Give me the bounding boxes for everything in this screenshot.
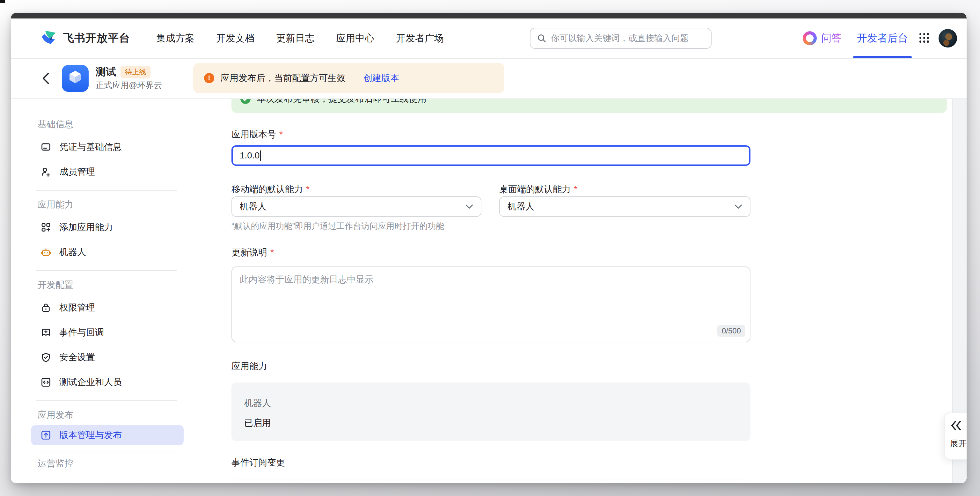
- update-notes-field: 0/500: [231, 267, 751, 342]
- update-notes-label: 更新说明*: [231, 246, 274, 259]
- double-chevron-left-icon: [950, 420, 962, 431]
- chevron-down-icon: [735, 204, 742, 209]
- sidebar-item-label: 成员管理: [59, 166, 95, 178]
- app-icon: [62, 65, 89, 92]
- code-square-icon: [41, 377, 51, 387]
- sidebar-item-label: 权限管理: [59, 302, 95, 314]
- app-version-input[interactable]: 1.0.0: [231, 145, 751, 166]
- sidebar: 基础信息 凭证与基础信息 成员管理 应用能力: [31, 113, 184, 474]
- status-badge: 待上线: [121, 66, 151, 78]
- warning-banner: ! 应用发布后，当前配置方可生效 创建版本: [193, 63, 504, 93]
- sidebar-divider: [37, 401, 177, 401]
- sidebar-divider: [37, 190, 177, 191]
- required-star: *: [574, 184, 578, 194]
- nav-link-app-center[interactable]: 应用中心: [336, 32, 374, 45]
- capability-hint: “默认的应用功能”即用户通过工作台访问应用时打开的功能: [231, 221, 444, 232]
- event-callback-icon: [41, 327, 51, 337]
- sidebar-section-release: 应用发布: [31, 409, 184, 421]
- content-area: 基础信息 凭证与基础信息 成员管理 应用能力: [11, 99, 967, 483]
- developer-console-tab[interactable]: 开发者后台: [857, 18, 908, 58]
- capability-name: 机器人: [244, 397, 271, 409]
- sidebar-item-label: 机器人: [59, 246, 86, 258]
- qa-button[interactable]: 问答: [803, 31, 842, 45]
- nav-link-marketplace[interactable]: 开发者广场: [396, 32, 444, 45]
- sidebar-divider: [37, 270, 177, 271]
- active-tab-underline: [853, 56, 912, 58]
- main-form: 本次发布免审核，提交发布后即可上线使用 应用版本号* 1.0.0 移动端的默认能…: [231, 99, 947, 483]
- sidebar-item-security[interactable]: 安全设置: [31, 345, 184, 370]
- back-button[interactable]: [41, 72, 50, 87]
- chevron-down-icon: [465, 204, 473, 209]
- sidebar-item-add-capability[interactable]: 添加应用能力: [31, 215, 184, 240]
- feishu-logo-icon: [40, 30, 57, 46]
- capability-section-title: 应用能力: [231, 360, 267, 372]
- back-chevron-icon: [41, 72, 50, 85]
- success-banner-text: 本次发布免审核，提交发布后即可上线使用: [257, 99, 426, 105]
- sidebar-item-label: 事件与回调: [59, 326, 104, 339]
- logo-text: 飞书开放平台: [63, 31, 130, 46]
- page: 飞书开放平台 集成方案 开发文档 更新日志 应用中心 开发者广场: [11, 19, 967, 483]
- sidebar-item-credentials[interactable]: 凭证与基础信息: [31, 135, 184, 159]
- lock-icon: [41, 302, 51, 313]
- top-navigation: 飞书开放平台 集成方案 开发文档 更新日志 应用中心 开发者广场: [11, 19, 967, 59]
- text-caret: [260, 151, 261, 161]
- publish-icon: [41, 430, 51, 440]
- browser-window: 飞书开放平台 集成方案 开发文档 更新日志 应用中心 开发者广场: [11, 13, 967, 483]
- required-star: *: [270, 247, 274, 257]
- sidebar-section-basic-info: 基础信息: [31, 118, 184, 131]
- id-card-icon: [41, 142, 51, 152]
- sidebar-divider: [37, 451, 177, 451]
- expand-label: 展开: [950, 438, 967, 449]
- sidebar-section-dev-config: 开发配置: [31, 278, 184, 291]
- user-avatar[interactable]: [939, 29, 957, 48]
- nav-link-docs[interactable]: 开发文档: [216, 32, 255, 45]
- sidebar-item-events[interactable]: 事件与回调: [31, 320, 184, 345]
- window-chrome-strip: [11, 13, 967, 19]
- success-check-icon: [240, 99, 251, 104]
- desktop-capability-label: 桌面端的默认能力*: [499, 183, 578, 196]
- warning-icon: !: [204, 73, 214, 83]
- sidebar-item-permissions[interactable]: 权限管理: [31, 295, 184, 320]
- required-star: *: [306, 184, 310, 194]
- screen: 飞书开放平台 集成方案 开发文档 更新日志 应用中心 开发者广场: [0, 0, 980, 496]
- create-version-link[interactable]: 创建版本: [363, 72, 399, 84]
- char-counter: 0/500: [717, 325, 745, 337]
- capability-panel: 机器人 已启用: [231, 383, 751, 441]
- shield-check-icon: [41, 352, 51, 362]
- sidebar-item-members[interactable]: 成员管理: [31, 159, 184, 184]
- capability-status: 已启用: [244, 417, 271, 429]
- update-notes-textarea[interactable]: [231, 267, 751, 342]
- desktop-capability-select[interactable]: 机器人: [499, 196, 751, 217]
- sidebar-item-label: 测试企业和人员: [59, 376, 122, 388]
- sidebar-section-monitoring: 运营监控: [31, 457, 184, 470]
- event-panel: [231, 479, 751, 483]
- sidebar-item-bot[interactable]: 机器人: [31, 240, 184, 265]
- search-box[interactable]: [530, 28, 711, 49]
- expand-panel-button[interactable]: 展开: [944, 412, 967, 459]
- event-section-title: 事件订阅变更: [231, 456, 285, 469]
- search-icon: [537, 33, 546, 43]
- qa-label: 问答: [821, 31, 842, 45]
- developer-console-label: 开发者后台: [857, 31, 908, 45]
- desktop-capability-value: 机器人: [508, 200, 534, 213]
- qa-ring-icon: [803, 31, 817, 45]
- app-grid-icon[interactable]: [920, 33, 930, 43]
- mobile-capability-value: 机器人: [240, 200, 267, 213]
- sidebar-item-test-org[interactable]: 测试企业和人员: [31, 370, 184, 395]
- version-field-label: 应用版本号*: [231, 128, 283, 141]
- required-star: *: [279, 129, 283, 139]
- screen-corner-artifact: [0, 0, 5, 3]
- apps-add-icon: [41, 222, 51, 232]
- app-header: 测试 待上线 正式应用@环界云 ! 应用发布后，当前配置方可生效 创建版本: [11, 59, 967, 99]
- feishu-logo[interactable]: 飞书开放平台: [40, 30, 130, 46]
- sidebar-item-label: 安全设置: [59, 351, 95, 363]
- nav-link-integration[interactable]: 集成方案: [156, 32, 194, 45]
- nav-link-changelog[interactable]: 更新日志: [276, 32, 314, 45]
- user-add-icon: [41, 167, 51, 177]
- app-name: 测试: [95, 65, 116, 79]
- nav-links: 集成方案 开发文档 更新日志 应用中心 开发者广场: [156, 32, 444, 45]
- sidebar-section-capabilities: 应用能力: [31, 198, 184, 211]
- mobile-capability-select[interactable]: 机器人: [231, 196, 481, 217]
- search-input[interactable]: [551, 33, 705, 43]
- sidebar-item-version-release[interactable]: 版本管理与发布: [31, 425, 184, 445]
